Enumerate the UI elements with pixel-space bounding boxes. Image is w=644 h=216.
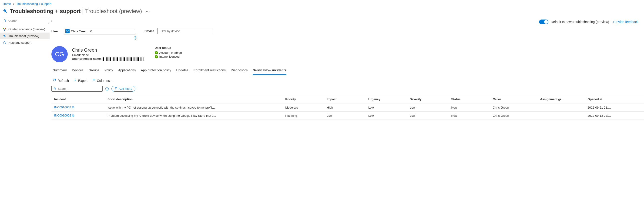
- tab-policy[interactable]: Policy: [104, 67, 113, 75]
- filter-icon: [114, 87, 117, 90]
- email-label: Email: [72, 53, 80, 57]
- cell-caller: Chris Green: [490, 103, 538, 112]
- cell-status: New: [448, 112, 490, 120]
- table-row[interactable]: INC0010002⧉Problem accessing my Android …: [52, 112, 644, 120]
- refresh-button[interactable]: Refresh: [53, 79, 69, 83]
- table-row[interactable]: INC0010003⧉Issue with my PC not starting…: [52, 103, 644, 112]
- device-filter-input[interactable]: [158, 28, 213, 34]
- info-icon[interactable]: i: [134, 36, 137, 39]
- external-link-icon: ⧉: [72, 114, 74, 117]
- incident-link[interactable]: INC0010003: [54, 106, 71, 109]
- sidebar-item-label: Troubleshoot (preview): [8, 34, 39, 38]
- columns-icon: [92, 79, 96, 83]
- sidebar-item-guided-scenarios[interactable]: Guided scenarios (preview): [0, 26, 50, 32]
- cell-assign: [537, 112, 585, 120]
- user-filter-label: User: [52, 29, 61, 33]
- remove-user-icon[interactable]: ✕: [89, 29, 93, 33]
- tab-diagnostics[interactable]: Diagnostics: [231, 67, 248, 75]
- headset-icon: [3, 41, 6, 44]
- user-filter-input[interactable]: CG Chris Green ✕: [64, 28, 135, 34]
- sidebar-search-input[interactable]: [7, 18, 47, 23]
- user-pill-avatar: CG: [66, 29, 70, 33]
- tab-applications[interactable]: Applications: [118, 67, 136, 75]
- tab-groups[interactable]: Groups: [89, 67, 99, 75]
- check-icon: ✓: [155, 51, 158, 54]
- tab-summary[interactable]: Summary: [53, 67, 67, 75]
- breadcrumb-current[interactable]: Troubleshooting + support: [16, 2, 52, 5]
- sidebar-item-help[interactable]: Help and support: [0, 39, 50, 46]
- info-icon[interactable]: i: [106, 87, 109, 90]
- external-link-icon: ⧉: [72, 106, 74, 109]
- user-pill: CG Chris Green ✕: [65, 29, 94, 33]
- tab-servicenow[interactable]: ServiceNow incidents: [253, 67, 286, 75]
- more-icon[interactable]: ⋯: [144, 8, 151, 14]
- cell-caller: Chris Green: [490, 112, 538, 120]
- toggle-label: Default to new troubleshooting (preview): [551, 20, 609, 24]
- table-search[interactable]: [52, 86, 102, 92]
- export-button[interactable]: Export: [74, 79, 88, 83]
- main-content: Default to new troubleshooting (preview)…: [50, 18, 644, 120]
- col-impact[interactable]: Impact: [324, 95, 366, 103]
- incidents-table: Incident↓ Short description Priority Imp…: [52, 95, 644, 120]
- cell-desc: Issue with my PC not starting up correct…: [105, 103, 282, 112]
- page-title-main: Troubleshooting + support: [10, 8, 81, 14]
- cell-severity: Low: [407, 103, 448, 112]
- incident-link[interactable]: INC0010002: [54, 114, 71, 117]
- sidebar-search[interactable]: [2, 18, 49, 24]
- col-description[interactable]: Short description: [105, 95, 282, 103]
- chevron-down-icon: ⌵: [111, 79, 112, 82]
- page-title-sub: Troubleshoot (preview): [85, 8, 142, 14]
- upn-barcode: [102, 57, 144, 61]
- svg-rect-1: [5, 28, 6, 29]
- status-intune-licensed: ✓ Intune licensed: [155, 55, 182, 58]
- breadcrumb-home[interactable]: Home: [3, 2, 11, 5]
- flow-icon: [3, 28, 6, 31]
- tabs: Summary Devices Groups Policy Applicatio…: [52, 65, 644, 75]
- avatar: CG: [52, 46, 68, 62]
- sidebar: « Guided scenarios (preview) Troubleshoo…: [0, 18, 50, 120]
- search-icon: [54, 87, 56, 90]
- col-urgency[interactable]: Urgency: [366, 95, 407, 103]
- col-priority[interactable]: Priority: [282, 95, 324, 103]
- cell-priority: Moderate: [282, 103, 324, 112]
- table-search-input[interactable]: [58, 87, 100, 90]
- cell-priority: Planning: [282, 112, 324, 120]
- sort-down-icon: ↓: [66, 98, 68, 101]
- columns-button[interactable]: Columns ⌵: [92, 79, 112, 83]
- cell-urgency: Low: [366, 103, 407, 112]
- col-status[interactable]: Status: [448, 95, 490, 103]
- cell-opened: 2022-09-13 22:…: [585, 112, 644, 120]
- col-incident[interactable]: Incident↓: [52, 95, 105, 103]
- refresh-icon: [53, 79, 56, 83]
- wrench-small-icon: [3, 34, 6, 38]
- check-icon: ✓: [155, 55, 158, 58]
- status-account-enabled: ✓ Account enabled: [155, 51, 182, 54]
- page-title: Troubleshooting + support | Troubleshoot…: [10, 8, 142, 14]
- provide-feedback-link[interactable]: Provide feedback: [613, 20, 638, 24]
- sidebar-item-troubleshoot[interactable]: Troubleshoot (preview): [0, 32, 50, 39]
- page-title-row: Troubleshooting + support | Troubleshoot…: [0, 7, 644, 18]
- search-icon: [4, 19, 6, 22]
- device-filter-label: Device: [144, 29, 154, 33]
- tab-app-protection[interactable]: App protection policy: [141, 67, 171, 75]
- default-troubleshoot-toggle[interactable]: [539, 19, 548, 24]
- svg-rect-0: [3, 28, 4, 29]
- col-opened[interactable]: Opened at: [585, 95, 644, 103]
- tab-enrollment[interactable]: Enrollment restrictions: [194, 67, 226, 75]
- col-caller[interactable]: Caller: [490, 95, 538, 103]
- breadcrumb-separator: ›: [13, 2, 14, 5]
- wrench-icon: [3, 8, 8, 14]
- sidebar-item-label: Guided scenarios (preview): [8, 27, 45, 31]
- cell-status: New: [448, 103, 490, 112]
- tab-updates[interactable]: Updates: [176, 67, 188, 75]
- col-assignment[interactable]: Assignment gr…: [537, 95, 585, 103]
- user-filter-text[interactable]: [95, 29, 134, 33]
- cell-desc: Problem accessing my Android device when…: [105, 112, 282, 120]
- col-severity[interactable]: Severity: [407, 95, 448, 103]
- cell-incident: INC0010003⧉: [52, 103, 105, 112]
- breadcrumb: Home › Troubleshooting + support: [0, 0, 644, 7]
- tab-devices[interactable]: Devices: [72, 67, 84, 75]
- add-filters-button[interactable]: Add filters: [112, 86, 135, 92]
- cell-assign: [537, 103, 585, 112]
- cell-urgency: Low: [366, 112, 407, 120]
